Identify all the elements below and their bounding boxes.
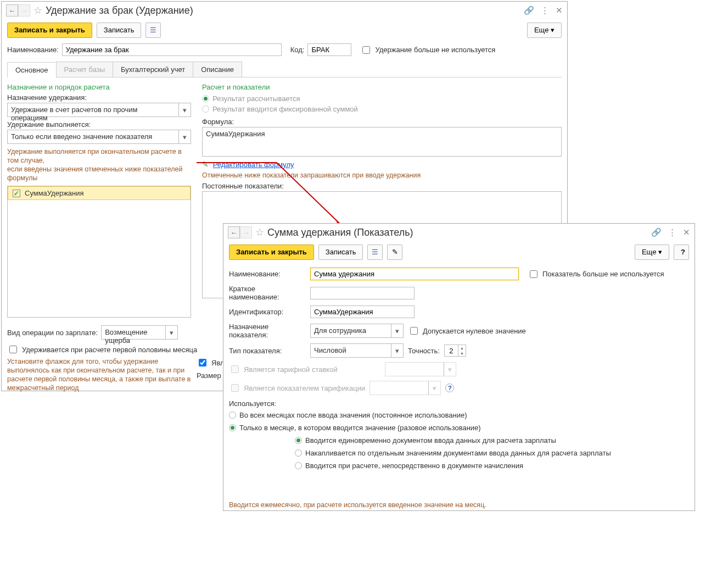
name-label: Наименование:: [7, 46, 59, 54]
more-button[interactable]: Еще ▾: [635, 245, 669, 260]
radio-all-months[interactable]: Во всех месяцах после ввода значения (по…: [229, 409, 689, 421]
precision-stepper[interactable]: ▲▼: [444, 345, 466, 357]
list-icon-button[interactable]: ☰: [367, 245, 383, 260]
link-icon[interactable]: 🔗: [651, 227, 662, 237]
edit-formula-link[interactable]: Редактировать формулу: [213, 160, 294, 169]
chevron-down-icon[interactable]: ▾: [391, 324, 403, 337]
help-button[interactable]: ?: [674, 245, 689, 260]
save-close-button[interactable]: Записать и закрыть: [7, 23, 92, 38]
perform-hint2: если введены значения отмеченных ниже по…: [7, 165, 191, 182]
short-input[interactable]: [310, 287, 415, 299]
tab-base[interactable]: Расчет базы: [56, 62, 114, 77]
perform-label: Удержание выполняется:: [7, 120, 191, 129]
is-fine-checkbox[interactable]: [199, 359, 206, 366]
tab-description[interactable]: Описание: [193, 62, 242, 77]
id-label: Идентификатор:: [229, 308, 306, 316]
pencil-icon: ✎: [202, 160, 209, 169]
tab-main[interactable]: Основное: [7, 62, 57, 77]
radio-fixed-label: Результат вводится фиксированной суммой: [212, 105, 358, 113]
code-input[interactable]: [307, 43, 351, 56]
check-icon: ✓: [13, 190, 20, 197]
tabs: Основное Расчет базы Бухгалтерский учет …: [7, 62, 562, 77]
favorite-icon[interactable]: ☆: [33, 4, 42, 16]
zero-ok-checkbox[interactable]: [410, 327, 418, 335]
name-label: Наименование:: [229, 270, 306, 278]
first-half-checkbox[interactable]: [9, 346, 17, 353]
chevron-down-icon[interactable]: ▾: [178, 103, 191, 116]
link-icon[interactable]: 🔗: [524, 5, 534, 15]
chevron-down-icon[interactable]: ▾: [391, 344, 403, 357]
tariff-ind-checkbox: [231, 384, 239, 392]
tab-accounting[interactable]: Бухгалтерский учет: [113, 62, 193, 77]
radio-once-doc[interactable]: Вводится единовременно документом ввода …: [295, 434, 689, 447]
purpose-select[interactable]: Удержание в счет расчетов по прочим опер…: [7, 103, 191, 117]
indicators-list[interactable]: ✓ СуммаУдержания: [7, 186, 191, 318]
op-label: Вид операции по зарплате:: [7, 329, 98, 337]
name-input[interactable]: [62, 43, 282, 56]
back-button[interactable]: ←: [6, 4, 18, 16]
type-label: Тип показателя:: [229, 347, 306, 355]
list-icon-button[interactable]: ☰: [145, 23, 161, 38]
perform-hint1: Удержание выполняется при окончательном …: [7, 147, 191, 165]
radio-calc-label: Результат рассчитывается: [212, 95, 300, 103]
help-icon[interactable]: ?: [445, 384, 454, 392]
toolbar: Записать и закрыть Записать ☰ Еще ▾: [2, 19, 567, 41]
name-input[interactable]: [310, 268, 519, 280]
save-close-button[interactable]: Записать и закрыть: [229, 245, 314, 260]
radio-accum[interactable]: Накапливается по отдельным значениям док…: [295, 447, 689, 459]
first-half-label: Удерживается при расчете первой половины…: [22, 346, 197, 354]
type-select[interactable]: Числовой ▾: [310, 343, 404, 358]
section-calc: Расчет и показатели: [202, 83, 562, 91]
kebab-icon[interactable]: ⋮: [541, 5, 549, 15]
close-icon[interactable]: ✕: [683, 227, 690, 237]
titlebar: ← → ☆ Сумма удержания (Показатель) 🔗 ⋮ ✕: [223, 224, 695, 241]
titlebar: ← → ☆ Удержание за брак (Удержание) 🔗 ⋮ …: [2, 2, 567, 19]
favorite-icon[interactable]: ☆: [255, 226, 264, 238]
not-used-label: Удержание больше не используется: [375, 46, 495, 54]
purpose-label: Назначение удержания:: [7, 93, 191, 102]
save-button[interactable]: Записать: [318, 245, 363, 260]
window-title: Сумма удержания (Показатель): [267, 227, 413, 238]
first-half-hint: Установите флажок для того, чтобы удержа…: [7, 357, 191, 392]
indicator-window: ← → ☆ Сумма удержания (Показатель) 🔗 ⋮ ✕…: [223, 223, 695, 511]
id-input[interactable]: [310, 306, 415, 318]
short-label: Краткое наименование:: [229, 285, 306, 301]
formula-label: Формула:: [202, 118, 562, 126]
list-item[interactable]: ✓ СуммаУдержания: [8, 186, 191, 200]
radio-one-month[interactable]: Только в месяце, в котором вводится знач…: [229, 421, 689, 434]
code-label: Код:: [290, 46, 305, 54]
forward-button[interactable]: →: [240, 226, 252, 238]
const-label: Постоянные показатели:: [202, 182, 562, 190]
toolbar: Записать и закрыть Записать ☰ ✎ Еще ▾ ?: [223, 241, 695, 263]
more-button[interactable]: Еще ▾: [527, 23, 562, 38]
forward-button[interactable]: →: [18, 4, 30, 16]
section-purpose: Назначение и порядок расчета: [7, 83, 191, 91]
not-used-checkbox[interactable]: [362, 46, 370, 54]
precision-label: Точность:: [408, 347, 440, 355]
not-used-label: Показатель больше не используется: [542, 270, 664, 278]
op-select[interactable]: Возмещение ущерба ▾: [101, 325, 178, 340]
close-icon[interactable]: ✕: [556, 5, 563, 15]
wand-icon-button[interactable]: ✎: [387, 245, 402, 260]
not-used-checkbox[interactable]: [530, 270, 537, 278]
back-button[interactable]: ←: [228, 226, 240, 238]
chevron-down-icon[interactable]: ▾: [165, 326, 177, 339]
kebab-icon[interactable]: ⋮: [668, 227, 676, 237]
radio-on-calc[interactable]: Вводится при расчете, непосредственно в …: [295, 459, 689, 472]
step-down-icon[interactable]: ▼: [458, 351, 466, 356]
indicators-hint: Отмеченные ниже показатели запрашиваются…: [202, 171, 562, 180]
chevron-down-icon[interactable]: ▾: [178, 130, 191, 143]
step-up-icon[interactable]: ▲: [458, 345, 466, 351]
bottom-hint: Вводится ежемесячно, при расчете использ…: [229, 501, 689, 509]
tariff-ind-select: ▾: [369, 381, 441, 395]
used-label: Используется:: [229, 399, 689, 408]
window-title: Удержание за брак (Удержание): [46, 5, 193, 16]
precision-input[interactable]: [445, 345, 458, 356]
perform-select[interactable]: Только если введено значение показателя …: [7, 130, 191, 144]
purpose-label: Назначение показателя:: [229, 323, 306, 339]
purpose-select[interactable]: Для сотрудника ▾: [310, 324, 404, 338]
zero-ok-label: Допускается нулевое значение: [423, 327, 526, 335]
save-button[interactable]: Записать: [97, 23, 142, 38]
tariff-rate-select: ▾: [385, 362, 456, 376]
formula-box[interactable]: СуммаУдержания: [202, 127, 562, 157]
